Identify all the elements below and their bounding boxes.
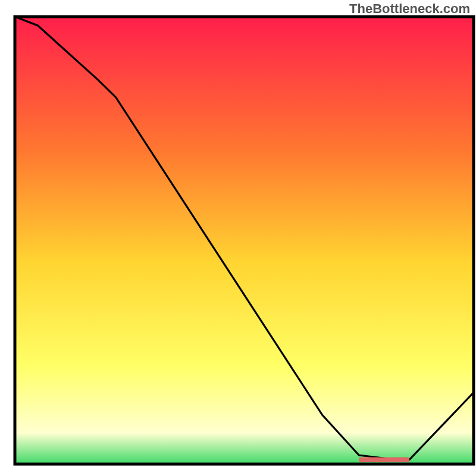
plot-background: [15, 17, 474, 464]
optimal-marker: [359, 457, 409, 462]
bottleneck-chart: [0, 0, 476, 476]
chart-container: { "watermark": "TheBottleneck.com", "col…: [0, 0, 476, 476]
